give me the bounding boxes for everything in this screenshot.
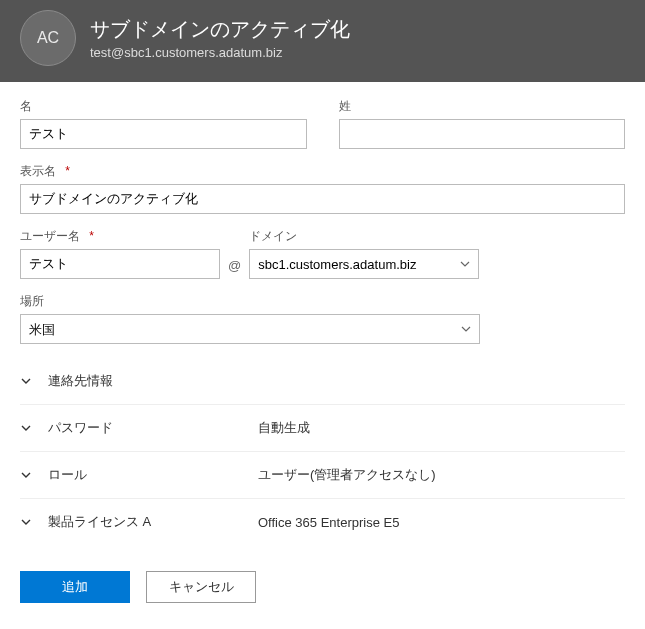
- button-row: 追加 キャンセル: [20, 571, 625, 613]
- section-value: ユーザー(管理者アクセスなし): [258, 466, 436, 484]
- page-header: AC サブドメインのアクティブ化 test@sbc1.customers.ada…: [0, 0, 645, 82]
- last-name-input[interactable]: [339, 119, 626, 149]
- section-label: 製品ライセンス A: [48, 513, 248, 531]
- page-subtitle-email: test@sbc1.customers.adatum.biz: [90, 45, 350, 60]
- cancel-button[interactable]: キャンセル: [146, 571, 256, 603]
- display-name-input[interactable]: [20, 184, 625, 214]
- location-select[interactable]: 米国: [20, 314, 480, 344]
- section-value: 自動生成: [258, 419, 310, 437]
- first-name-label: 名: [20, 98, 307, 115]
- section-contact-info[interactable]: 連絡先情報: [20, 358, 625, 404]
- location-label: 場所: [20, 293, 625, 310]
- section-role[interactable]: ロール ユーザー(管理者アクセスなし): [20, 451, 625, 498]
- chevron-down-icon: [20, 469, 38, 481]
- chevron-down-icon: [20, 422, 38, 434]
- section-value: Office 365 Enterprise E5: [258, 515, 399, 530]
- form-body: 名 姓 表示名 * ユーザー名 * @ ドメイン: [0, 82, 645, 629]
- avatar-initials: AC: [37, 29, 59, 47]
- avatar: AC: [20, 10, 76, 66]
- first-name-input[interactable]: [20, 119, 307, 149]
- add-button[interactable]: 追加: [20, 571, 130, 603]
- username-input[interactable]: [20, 249, 220, 279]
- domain-select[interactable]: sbc1.customers.adatum.biz: [249, 249, 479, 279]
- username-label: ユーザー名 *: [20, 228, 220, 245]
- section-label: パスワード: [48, 419, 248, 437]
- section-label: ロール: [48, 466, 248, 484]
- section-label: 連絡先情報: [48, 372, 248, 390]
- section-password[interactable]: パスワード 自動生成: [20, 404, 625, 451]
- required-marker: *: [65, 164, 70, 178]
- required-marker: *: [89, 229, 94, 243]
- chevron-down-icon: [20, 375, 38, 387]
- header-text: サブドメインのアクティブ化 test@sbc1.customers.adatum…: [90, 16, 350, 60]
- domain-label: ドメイン: [249, 228, 479, 245]
- display-name-label: 表示名 *: [20, 163, 625, 180]
- chevron-down-icon: [20, 516, 38, 528]
- expandable-sections: 連絡先情報 パスワード 自動生成 ロール ユーザー(管理者アクセスなし) 製品ラ…: [20, 358, 625, 545]
- last-name-label: 姓: [339, 98, 626, 115]
- section-product-license[interactable]: 製品ライセンス A Office 365 Enterprise E5: [20, 498, 625, 545]
- page-title: サブドメインのアクティブ化: [90, 16, 350, 43]
- at-symbol: @: [228, 258, 241, 279]
